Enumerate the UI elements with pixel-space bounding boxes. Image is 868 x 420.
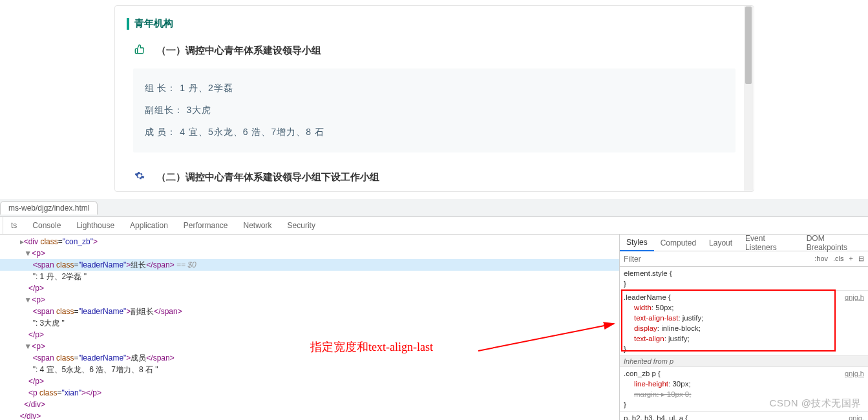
tab-computed[interactable]: Computed: [654, 235, 703, 251]
page-top: 青年机构 （一）调控中心青年体系建设领导小组 组 长： 1 丹、2学磊 副组长：…: [0, 5, 868, 192]
more-icon[interactable]: ⊟: [858, 255, 864, 263]
vice-label: 副组长：: [145, 105, 184, 115]
svg-line-0: [478, 324, 614, 351]
browser-tab[interactable]: ms-web/djgz/index.html: [0, 201, 98, 215]
styles-tabs: Styles Computed Layout Event Listeners D…: [620, 235, 868, 251]
styles-panel: Styles Computed Layout Event Listeners D…: [619, 235, 868, 420]
member-line: 成 员： 4 宜、5永龙、6 浩、7增力、8 石: [145, 121, 724, 143]
inherited-label: Inherited from p: [620, 355, 868, 367]
dom-line[interactable]: </div>: [0, 399, 619, 410]
card-title-row: 青年机构: [115, 12, 754, 35]
tab-performance[interactable]: Performance: [176, 217, 236, 234]
dom-line[interactable]: </div>: [0, 410, 619, 420]
watermark: CSDN @技术无国界: [770, 397, 862, 410]
dom-line[interactable]: <p class="xian"></p>: [0, 387, 619, 399]
scrollbar-thumb[interactable]: [745, 6, 752, 84]
dom-line[interactable]: </p>: [0, 375, 619, 387]
dom-line[interactable]: ▼<p>: [0, 247, 619, 259]
tab-elements[interactable]: ts: [3, 217, 25, 234]
tab-layout[interactable]: Layout: [703, 235, 739, 251]
devtools-body: ▸<div class="con_zb"> ▼<p> <span class="…: [0, 235, 868, 420]
page-title: 青年机构: [134, 17, 173, 30]
tab-console[interactable]: Console: [25, 217, 69, 234]
dom-line[interactable]: </p>: [0, 282, 619, 294]
dom-line-selected[interactable]: <span class="leaderName">组长</span> == $0: [0, 259, 619, 271]
cog-icon: [134, 171, 145, 184]
devtools: ts Console Lighthouse Application Perfor…: [0, 217, 868, 420]
hov-button[interactable]: :hov: [814, 255, 828, 263]
tab-lighthouse[interactable]: Lighthouse: [69, 217, 122, 234]
dom-line[interactable]: <span class="leaderName">副组长</span>: [0, 306, 619, 317]
thumbs-up-icon: [134, 44, 145, 57]
tab-application[interactable]: Application: [122, 217, 176, 234]
rule-source-link[interactable]: qnjg.: [849, 413, 864, 420]
dom-line[interactable]: ": 1 丹、2学磊 ": [0, 271, 619, 282]
member-label: 成 员：: [145, 127, 177, 137]
vice-value: 3大虎: [186, 105, 211, 115]
browser-tab-strip: ms-web/djgz/index.html: [0, 199, 868, 217]
member-value: 4 宜、5永龙、6 浩、7增力、8 石: [180, 127, 324, 137]
devtools-tabs: ts Console Lighthouse Application Perfor…: [0, 217, 868, 235]
dom-tree-panel[interactable]: ▸<div class="con_zb"> ▼<p> <span class="…: [0, 235, 619, 420]
info-block: 组 长： 1 丹、2学磊 副组长： 3大虎 成 员： 4 宜、5永龙、6 浩、7…: [133, 68, 736, 152]
rule-source-link[interactable]: qnjg.h: [845, 292, 864, 302]
card-scrollbar[interactable]: [744, 6, 753, 191]
styles-filter-input[interactable]: [620, 253, 810, 265]
vice-leader-line: 副组长： 3大虎: [145, 100, 724, 121]
title-accent-bar: [127, 18, 129, 30]
leader-value: 1 丹、2学磊: [180, 83, 233, 93]
annotation-arrow: [478, 319, 619, 357]
dom-line[interactable]: ▸<div class="con_zb">: [0, 236, 619, 247]
content-card: 青年机构 （一）调控中心青年体系建设领导小组 组 长： 1 丹、2学磊 副组长：…: [114, 5, 754, 192]
section-1-title: （一）调控中心青年体系建设领导小组: [156, 45, 321, 57]
section-1-header: （一）调控中心青年体系建设领导小组: [115, 35, 754, 66]
element-style-rule[interactable]: element.style { }: [620, 267, 868, 290]
leader-line: 组 长： 1 丹、2学磊: [145, 78, 724, 100]
tab-network[interactable]: Network: [236, 217, 280, 234]
rule-source-link[interactable]: qnjg.h: [845, 368, 864, 379]
cls-button[interactable]: .cls: [833, 255, 844, 263]
section-2-header: （二）调控中心青年体系建设领导小组下设工作小组: [115, 162, 754, 185]
leadername-rule[interactable]: qnjg.h .leaderName { width: 50px; text-a…: [620, 290, 868, 355]
dom-line[interactable]: ": 4 宜、5永龙、6 浩、7增力、8 石 ": [0, 364, 619, 375]
dom-line[interactable]: ▼<p>: [0, 294, 619, 306]
new-rule-button[interactable]: +: [849, 255, 853, 263]
section-2-title: （二）调控中心青年体系建设领导小组下设工作小组: [156, 171, 379, 184]
leader-label: 组 长：: [145, 83, 177, 93]
generic-rule[interactable]: qnjg. p, h2, h3, h4, ul, a {: [620, 411, 868, 420]
tab-security[interactable]: Security: [280, 217, 323, 234]
styles-filter-row: :hov .cls + ⊟: [620, 251, 868, 267]
annotation-text: 指定宽度和text-align-last: [310, 341, 433, 353]
tab-styles[interactable]: Styles: [620, 235, 654, 251]
